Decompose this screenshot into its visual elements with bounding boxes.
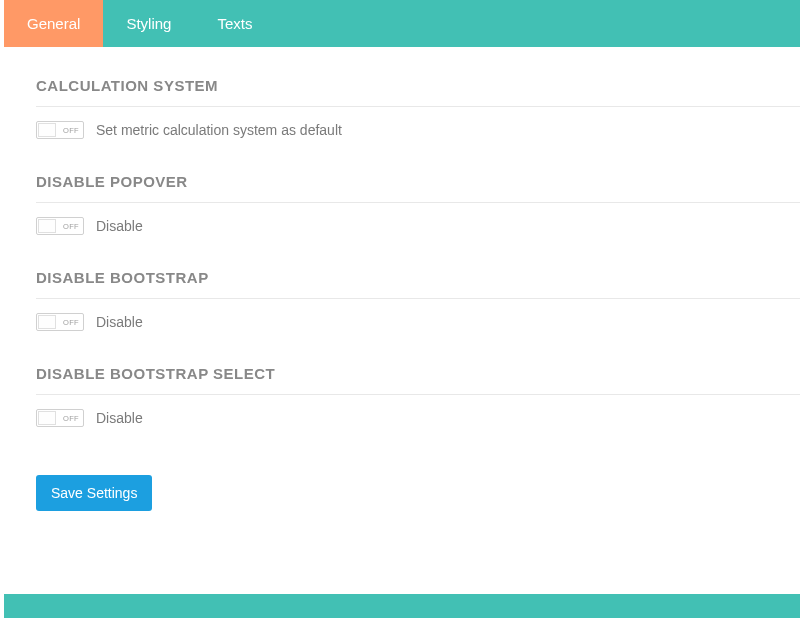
save-settings-button[interactable]: Save Settings	[36, 475, 152, 511]
toggle-handle	[38, 123, 56, 137]
toggle-disable-bootstrap[interactable]: OFF	[36, 313, 84, 331]
setting-description: Disable	[96, 314, 143, 330]
tab-styling[interactable]: Styling	[103, 0, 194, 47]
setting-row: OFF Disable	[36, 313, 800, 331]
section-disable-bootstrap-select: DISABLE BOOTSTRAP SELECT OFF Disable	[36, 365, 800, 427]
tab-texts[interactable]: Texts	[194, 0, 275, 47]
tab-general[interactable]: General	[4, 0, 103, 47]
section-calculation-system: CALCULATION SYSTEM OFF Set metric calcul…	[36, 77, 800, 139]
setting-description: Set metric calculation system as default	[96, 122, 342, 138]
setting-description: Disable	[96, 410, 143, 426]
tab-bar: General Styling Texts	[4, 0, 800, 47]
toggle-state-label: OFF	[63, 414, 79, 423]
section-title: CALCULATION SYSTEM	[36, 77, 800, 107]
toggle-handle	[38, 315, 56, 329]
section-title: DISABLE BOOTSTRAP	[36, 269, 800, 299]
toggle-disable-bootstrap-select[interactable]: OFF	[36, 409, 84, 427]
toggle-disable-popover[interactable]: OFF	[36, 217, 84, 235]
toggle-state-label: OFF	[63, 222, 79, 231]
toggle-handle	[38, 219, 56, 233]
section-title: DISABLE POPOVER	[36, 173, 800, 203]
toggle-state-label: OFF	[63, 126, 79, 135]
section-title: DISABLE BOOTSTRAP SELECT	[36, 365, 800, 395]
section-disable-popover: DISABLE POPOVER OFF Disable	[36, 173, 800, 235]
setting-row: OFF Disable	[36, 409, 800, 427]
toggle-calculation-system[interactable]: OFF	[36, 121, 84, 139]
toggle-handle	[38, 411, 56, 425]
setting-row: OFF Disable	[36, 217, 800, 235]
setting-row: OFF Set metric calculation system as def…	[36, 121, 800, 139]
section-disable-bootstrap: DISABLE BOOTSTRAP OFF Disable	[36, 269, 800, 331]
toggle-state-label: OFF	[63, 318, 79, 327]
footer-bar	[4, 594, 800, 618]
setting-description: Disable	[96, 218, 143, 234]
content-area: CALCULATION SYSTEM OFF Set metric calcul…	[0, 47, 800, 511]
